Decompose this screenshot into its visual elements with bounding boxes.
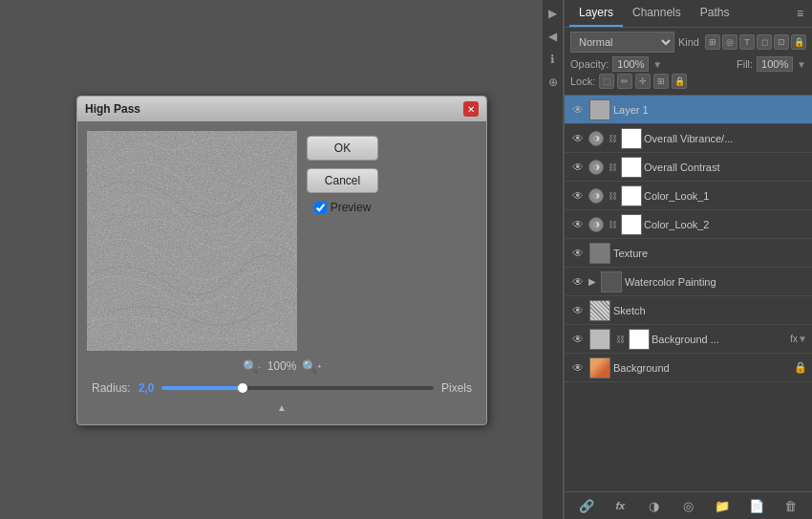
visibility-icon[interactable]: 👁 (569, 331, 587, 348)
visibility-icon[interactable]: 👁 (569, 101, 587, 119)
tab-layers[interactable]: Layers (569, 0, 623, 27)
layer-name: Layer 1 (613, 104, 807, 116)
adjustment-icon: ◑ (588, 217, 604, 232)
slider-arrow: ▲ (87, 402, 477, 415)
kind-label: Kind (678, 36, 699, 48)
visibility-icon[interactable]: 👁 (569, 216, 587, 233)
lock-all-icon[interactable]: 🔒 (672, 74, 687, 89)
layer-name: Color_Look_2 (644, 219, 807, 230)
group-arrow[interactable]: ▶ (588, 276, 596, 287)
visibility-icon[interactable]: 👁 (569, 130, 587, 147)
new-adjustment-icon[interactable]: ◎ (678, 496, 697, 515)
fx-chevron[interactable]: ▼ (798, 334, 807, 344)
opacity-value[interactable]: 100% (612, 56, 649, 72)
lock-transparent-icon[interactable]: ⬚ (599, 74, 614, 89)
info-icon[interactable]: ℹ (545, 51, 562, 68)
cancel-button[interactable]: Cancel (307, 168, 378, 193)
radius-label: Radius: (92, 381, 131, 395)
link-icon: ⛓ (606, 132, 619, 145)
panel-tabs: Layers Channels Paths ≡ (565, 0, 812, 28)
new-layer-icon[interactable]: 📄 (747, 496, 766, 515)
layers-list: 👁 Layer 1 👁 ◑ ⛓ Overall Vibrance/... 👁 ◑… (565, 96, 812, 491)
layer-item[interactable]: 👁 ▶ Watercolor Painting (565, 268, 812, 296)
high-pass-dialog: High Pass ✕ (76, 96, 487, 425)
link-layers-icon[interactable]: 🔗 (577, 496, 596, 515)
panel-menu-icon[interactable]: ≡ (793, 3, 807, 24)
ok-button[interactable]: OK (307, 136, 378, 161)
layer-thumbnail (589, 300, 610, 321)
radius-slider-thumb[interactable] (238, 383, 247, 393)
lock-artboard-icon[interactable]: ⊞ (653, 74, 669, 89)
history-icon[interactable]: ◀ (545, 28, 562, 45)
lock-label: Lock: (570, 76, 595, 87)
preview-checkbox[interactable] (314, 202, 327, 214)
layer-item[interactable]: 👁 Sketch (565, 296, 812, 325)
layer-thumbnail (589, 357, 610, 378)
dialog-title: High Pass (85, 102, 140, 116)
smart-icon[interactable]: ⊡ (774, 34, 789, 50)
layer-name: Background ... (652, 334, 788, 345)
panel-toggle-icon[interactable]: ▶ (545, 5, 562, 22)
layer-item[interactable]: 👁 ⛓ Background ... fx ▼ (565, 325, 812, 354)
layer-mask (621, 128, 642, 149)
layer-item[interactable]: 👁 Layer 1 (565, 96, 812, 124)
lock-row: Lock: ⬚ ✏ ✛ ⊞ 🔒 (570, 72, 806, 91)
nav-icon[interactable]: ⊕ (545, 74, 562, 91)
radius-slider[interactable] (161, 386, 434, 390)
layer-item[interactable]: 👁 ◑ ⛓ Color_Look_1 (565, 182, 812, 210)
blend-mode-select[interactable]: Normal (570, 32, 674, 53)
close-button[interactable]: ✕ (463, 101, 479, 117)
fill-chevron[interactable]: ▼ (797, 59, 806, 70)
layer-name: Watercolor Painting (625, 276, 807, 288)
opacity-chevron[interactable]: ▼ (652, 59, 662, 70)
radius-slider-fill (161, 386, 243, 390)
preview-canvas[interactable] (87, 131, 297, 351)
layer-item[interactable]: 👁 ◑ ⛓ Color_Look_2 (565, 210, 812, 239)
preview-label: Preview (331, 201, 372, 214)
panel-bottom: 🔗 fx ◑ ◎ 📁 📄 🗑 (565, 491, 812, 519)
layer-name: Texture (613, 248, 807, 259)
lock-position-icon[interactable]: ✛ (635, 74, 651, 89)
text-icon[interactable]: T (739, 34, 755, 50)
adjustment-icon: ◑ (588, 131, 604, 146)
lock-pixels-icon[interactable]: ✏ (617, 74, 632, 89)
layer-thumbnail (601, 271, 622, 292)
visibility-icon[interactable]: 👁 (569, 187, 587, 205)
visibility-icon[interactable]: 👁 (569, 245, 587, 262)
layer-name: Background (613, 362, 792, 374)
tab-paths[interactable]: Paths (691, 0, 739, 27)
layer-item[interactable]: 👁 ◑ ⛓ Overall Contrast (565, 153, 812, 182)
fx-icon[interactable]: fx (610, 496, 630, 515)
visibility-icon[interactable]: 👁 (569, 302, 587, 319)
pixel-icon[interactable]: ◎ (722, 34, 737, 50)
visibility-icon[interactable]: 👁 (569, 273, 587, 291)
right-wrapper: ▶ ◀ ℹ ⊕ Layers Channels Paths ≡ (543, 0, 812, 519)
blend-row: Normal Kind ⊞ ◎ T ◻ ⊡ 🔒 (570, 32, 806, 53)
layer-mask (621, 214, 642, 235)
layer-controls: Normal Kind ⊞ ◎ T ◻ ⊡ 🔒 Opacity: 100% ▼ (565, 28, 812, 96)
visibility-icon[interactable]: 👁 (569, 359, 587, 377)
new-group-icon[interactable]: 📁 (713, 496, 732, 515)
filter-icon[interactable]: ⊞ (705, 34, 720, 50)
layer-name: Sketch (613, 305, 807, 316)
layer-thumbnail (589, 243, 610, 264)
shape-icon[interactable]: ◻ (757, 34, 772, 50)
lock-filter-icon[interactable]: 🔒 (791, 34, 806, 50)
sidebar-strip: ▶ ◀ ℹ ⊕ (543, 0, 564, 519)
layer-item[interactable]: 👁 Background 🔒 (565, 354, 812, 382)
delete-layer-icon[interactable]: 🗑 (780, 496, 800, 515)
dialog-content: OK Cancel Preview (87, 131, 477, 351)
svg-rect-1 (87, 131, 297, 351)
tab-channels[interactable]: Channels (623, 0, 691, 27)
layer-mask (629, 329, 650, 350)
zoom-out-icon[interactable]: 🔍- (245, 358, 260, 374)
layer-item[interactable]: 👁 ◑ ⛓ Overall Vibrance/... (565, 124, 812, 153)
fill-value[interactable]: 100% (757, 56, 793, 72)
mask-icon[interactable]: ◑ (645, 496, 664, 515)
panel-tabs-left: Layers Channels Paths (569, 0, 738, 27)
link-icon: ⛓ (613, 333, 627, 346)
layer-item[interactable]: 👁 Texture (565, 239, 812, 268)
zoom-in-icon[interactable]: 🔍+ (304, 358, 319, 374)
dialog-body: OK Cancel Preview 🔍- 100% 🔍+ Radius: 2,0 (77, 121, 486, 424)
visibility-icon[interactable]: 👁 (569, 159, 587, 176)
